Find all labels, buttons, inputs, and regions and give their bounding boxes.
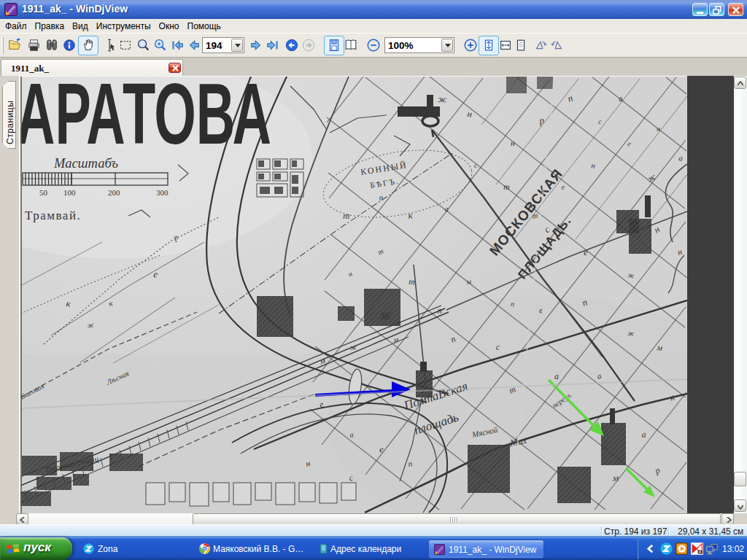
svg-text:ж: ж (438, 93, 447, 105)
svg-text:н: н (657, 125, 660, 133)
svg-text:м: м (611, 472, 619, 483)
svg-text:ж: ж (379, 308, 392, 322)
svg-text:АРАТОВА: АРАТОВА (20, 77, 271, 162)
svg-text:а: а (554, 371, 559, 381)
svg-text:Трамвай.: Трамвай. (25, 209, 81, 222)
svg-text:н: н (511, 138, 515, 148)
svg-text:п: п (437, 306, 442, 316)
svg-text:е: е (584, 246, 588, 257)
svg-text:300: 300 (156, 188, 169, 197)
svg-text:т: т (343, 210, 350, 221)
svg-text:50: 50 (39, 188, 48, 197)
svg-text:т: т (409, 276, 416, 287)
svg-text:Масштабъ: Масштабъ (53, 156, 118, 171)
svg-text:т: т (503, 182, 510, 192)
svg-text:100: 100 (63, 188, 76, 197)
svg-text:п: п (511, 300, 515, 308)
svg-text:200: 200 (108, 188, 120, 197)
svg-text:ж: ж (349, 343, 357, 351)
svg-text:ж: ж (627, 329, 635, 338)
